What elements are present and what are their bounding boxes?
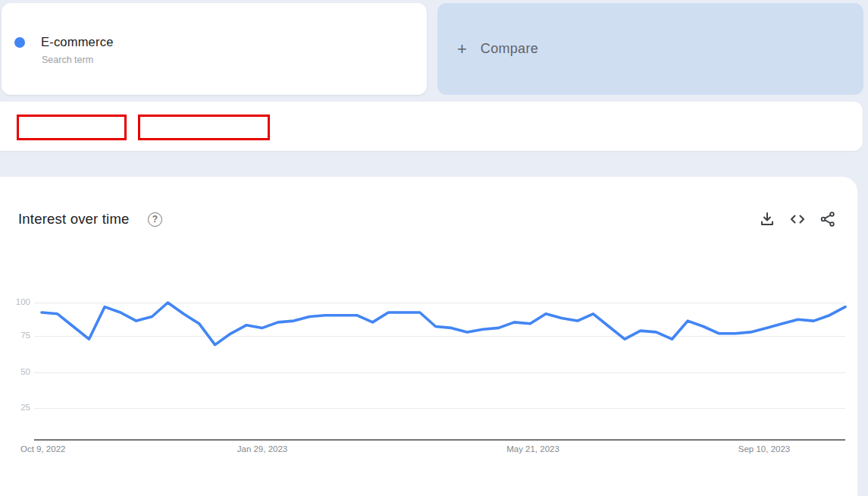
search-term-title: E-commerce (41, 35, 114, 49)
compare-add-card[interactable]: + Compare (437, 3, 863, 95)
trend-line-chart (0, 177, 857, 496)
plus-icon: + (457, 39, 467, 59)
search-term-card[interactable]: E-commerce Search term (2, 3, 427, 95)
interest-over-time-card: Interest over time ? 100 75 50 25 Oct 9,… (0, 177, 857, 496)
search-term-type: Search term (42, 55, 93, 65)
trend-line (42, 303, 845, 345)
compare-label: Compare (481, 41, 538, 57)
series-color-dot (14, 37, 25, 48)
filter-bar: Worldwide Past 12 months All categories … (0, 102, 863, 151)
